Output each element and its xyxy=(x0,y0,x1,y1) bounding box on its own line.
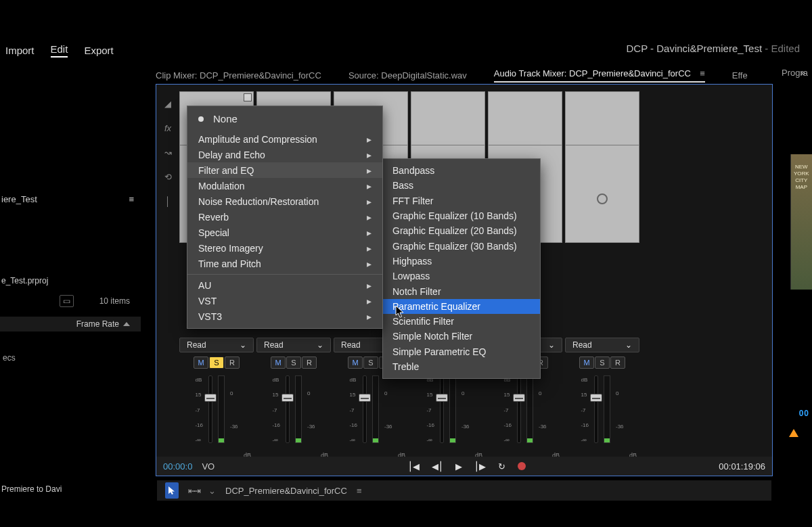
fx-effect-item[interactable]: Lowpass xyxy=(383,269,540,283)
fx-lane-icon[interactable]: fx xyxy=(160,116,175,140)
fx-slot-dropdown-icon[interactable] xyxy=(244,93,252,101)
play-icon[interactable]: ▶ xyxy=(455,461,462,472)
fx-effect-item[interactable]: Bass xyxy=(383,178,540,193)
fader-track[interactable] xyxy=(594,375,598,443)
fx-effect-item[interactable]: FFT Filter xyxy=(383,193,540,208)
fx-category-item[interactable]: Stereo Imagery▸ xyxy=(187,240,382,256)
solo-button[interactable]: S xyxy=(209,357,224,369)
insert-tool-icon[interactable]: ⇤⇥ xyxy=(188,486,199,496)
record-icon[interactable] xyxy=(518,462,526,470)
fx-menu-none[interactable]: None xyxy=(187,110,382,131)
fx-category-menu[interactable]: None Amplitude and Compression▸Delay and… xyxy=(187,106,383,329)
panel-menu-icon[interactable]: ≡ xyxy=(695,68,705,78)
column-frame-rate[interactable]: Frame Rate xyxy=(0,317,141,331)
tab-audio-track-mixer[interactable]: Audio Track Mixer: DCP_Premiere&Davinci_… xyxy=(494,68,705,83)
fx-category-item[interactable]: Delay and Echo▸ xyxy=(187,147,382,162)
fx-category-item[interactable]: Amplitude and Compression▸ xyxy=(187,131,382,147)
fx-effect-item[interactable]: Graphic Equalizer (10 Bands) xyxy=(383,208,540,223)
fx-effect-item[interactable]: Treble xyxy=(383,359,540,374)
automation-mode-dropdown[interactable]: Read⌄ xyxy=(565,338,639,352)
mute-button[interactable]: M xyxy=(348,357,363,369)
loop-icon[interactable]: ↻ xyxy=(498,461,505,472)
fx-category-item[interactable]: Noise Reduction/Restoration▸ xyxy=(187,193,382,209)
fx-category-item[interactable]: Special▸ xyxy=(187,225,382,240)
menu-import[interactable]: Import xyxy=(5,45,35,56)
mute-button[interactable]: M xyxy=(194,357,208,369)
fader-handle[interactable] xyxy=(436,394,448,402)
mixer-track-column: Read⌄MSRdB15-7-16-∞0-36dB0.0 xyxy=(256,338,331,469)
fx-category-item[interactable]: Time and Pitch▸ xyxy=(187,256,382,271)
menu-export[interactable]: Export xyxy=(84,45,113,56)
step-fwd-icon[interactable]: ⎮▶ xyxy=(474,461,486,472)
send-lane-icon[interactable]: ↝ xyxy=(160,140,175,164)
fader-handle[interactable] xyxy=(513,394,525,402)
automation-mode-dropdown[interactable]: Read⌄ xyxy=(256,338,331,352)
fx-slot-track-6[interactable] xyxy=(565,91,639,243)
fx-category-item[interactable]: Filter and EQ▸ xyxy=(187,162,382,178)
fx-effect-item[interactable]: Simple Parametric EQ xyxy=(383,344,540,359)
mixer-track-column: Read⌄MSRdB15-7-16-∞0-36dB0.0 xyxy=(179,338,254,469)
fader-handle[interactable] xyxy=(204,394,217,402)
program-timecode-fragment: 00 xyxy=(799,409,809,418)
selection-tool-icon[interactable] xyxy=(165,482,179,499)
meter-scale-right: 0-36 xyxy=(616,375,624,443)
tab-effects[interactable]: Effe xyxy=(732,70,748,81)
timecode-left[interactable]: 00:00:0 xyxy=(163,461,192,472)
timeline-sequence-name[interactable]: DCP_Premiere&Davinci_forCC xyxy=(225,486,347,496)
tab-program[interactable]: Progra xyxy=(782,68,808,78)
fader-track[interactable] xyxy=(440,375,444,443)
record-arm-button[interactable]: R xyxy=(610,357,625,369)
fx-plugin-format-item[interactable]: VST3▸ xyxy=(187,308,382,324)
fader-track[interactable] xyxy=(517,375,521,443)
project-item-count: ▭ 10 items xyxy=(0,295,141,307)
chevron-down-icon: ⌄ xyxy=(317,340,323,350)
playhead-marker-icon[interactable] xyxy=(789,429,798,437)
timeline-menu-chevron-icon[interactable]: ⌄ xyxy=(208,486,216,496)
fader-track[interactable] xyxy=(286,375,290,443)
fader-section: dB15-7-16-∞0-36dB xyxy=(411,375,485,457)
search-icon[interactable]: ▭ xyxy=(60,295,74,307)
chevron-down-icon: ⌄ xyxy=(625,340,632,350)
sort-up-icon xyxy=(123,321,130,327)
panel-menu-icon[interactable]: ≡ xyxy=(129,194,134,204)
fader-handle[interactable] xyxy=(359,394,371,402)
fx-effect-item[interactable]: Bandpass xyxy=(383,163,540,178)
fader-handle[interactable] xyxy=(590,394,602,402)
tab-clip-mixer[interactable]: Clip Mixer: DCP_Premiere&Davinci_forCC xyxy=(156,70,321,81)
bin-label[interactable]: Premiere to Davi xyxy=(0,484,62,494)
fx-effect-item[interactable]: Graphic Equalizer (30 Bands) xyxy=(383,238,540,253)
go-to-in-icon[interactable]: ⎮◀ xyxy=(408,461,420,472)
fader-track[interactable] xyxy=(208,375,212,443)
mute-button[interactable]: M xyxy=(271,357,286,369)
fx-filter-eq-submenu[interactable]: BandpassBassFFT FilterGraphic Equalizer … xyxy=(382,158,541,379)
fx-effect-item[interactable]: Parametric Equalizer xyxy=(383,299,540,314)
panel-menu-icon[interactable]: ≡ xyxy=(357,486,362,496)
solo-button[interactable]: S xyxy=(595,357,610,369)
solo-button[interactable]: S xyxy=(286,357,301,369)
pan-lane-icon[interactable]: ⟲ xyxy=(160,164,175,189)
fx-effect-item[interactable]: Scientific Filter xyxy=(383,314,540,329)
solo-button[interactable]: S xyxy=(363,357,378,369)
fader-section: dB15-7-16-∞0-36dB xyxy=(334,375,408,457)
step-back-icon[interactable]: ◀⎮ xyxy=(432,461,443,472)
fx-category-item[interactable]: Modulation▸ xyxy=(187,178,382,193)
level-meter xyxy=(218,375,225,443)
fx-effect-item[interactable]: Simple Notch Filter xyxy=(383,329,540,344)
fader-track[interactable] xyxy=(363,375,367,443)
fx-effect-item[interactable]: Highpass xyxy=(383,254,540,269)
automation-lane-icon[interactable]: ◢ xyxy=(160,91,175,116)
tab-source[interactable]: Source: DeepDigitalStatic.wav xyxy=(348,70,467,81)
fx-plugin-format-item[interactable]: VST▸ xyxy=(187,293,382,308)
automation-mode-dropdown[interactable]: Read⌄ xyxy=(179,338,254,352)
fx-effect-item[interactable]: Graphic Equalizer (20 Bands) xyxy=(383,223,540,238)
record-arm-button[interactable]: R xyxy=(302,357,317,369)
track-lane-icon[interactable]: │ xyxy=(160,189,175,213)
menu-edit[interactable]: Edit xyxy=(51,43,68,58)
fader-handle[interactable] xyxy=(281,394,294,402)
mute-button[interactable]: M xyxy=(579,357,594,369)
record-arm-button[interactable]: R xyxy=(225,357,240,369)
msr-buttons: MSR xyxy=(256,357,331,369)
fx-category-item[interactable]: Reverb▸ xyxy=(187,209,382,225)
fx-effect-item[interactable]: Notch Filter xyxy=(383,283,540,298)
fx-plugin-format-item[interactable]: AU▸ xyxy=(187,277,382,293)
